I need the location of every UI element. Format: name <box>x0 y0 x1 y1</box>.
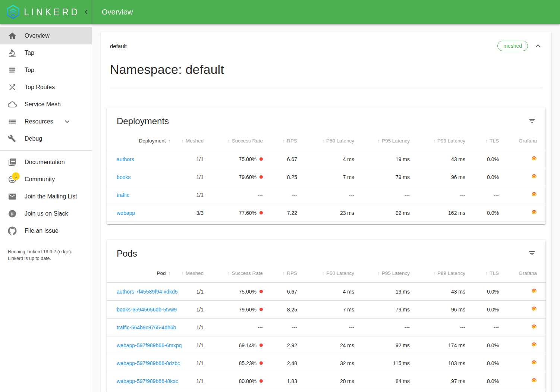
success-rate-cell: 79.60% <box>204 168 263 186</box>
column-header[interactable]: ↑Pod↑ <box>107 263 170 283</box>
sidebar-item-top-routes[interactable]: Top Routes <box>0 79 92 96</box>
tls-cell: 0.0% <box>465 283 499 301</box>
tls-cell: --- <box>465 319 499 336</box>
column-header[interactable]: ↑Success Rate↑ <box>204 263 263 283</box>
logo-zone: LINKERD <box>0 0 92 24</box>
column-header[interactable]: ↑Grafana↑ <box>499 131 545 150</box>
column-header[interactable]: ↑Grafana↑ <box>499 263 545 283</box>
column-header[interactable]: ↑P95 Latency↑ <box>354 263 410 283</box>
sidebar-item-label: Community <box>25 176 55 183</box>
sidebar-item-mailing-list[interactable]: Join the Mailing List <box>0 188 92 205</box>
grafana-icon[interactable] <box>531 324 537 330</box>
sidebar-item-slack[interactable]: # Join us on Slack <box>0 205 92 222</box>
grafana-icon[interactable] <box>531 209 537 216</box>
grafana-icon[interactable] <box>531 360 537 366</box>
column-header[interactable]: ↑P99 Latency↑ <box>410 263 465 283</box>
resource-link[interactable]: books <box>117 174 130 180</box>
status-dot <box>259 361 263 365</box>
sidebar-item-service-mesh[interactable]: Service Mesh <box>0 96 92 113</box>
sidebar-collapse-icon[interactable] <box>82 8 90 16</box>
p99-cell: 162 ms <box>410 204 465 222</box>
page-title: Overview <box>102 8 133 16</box>
sort-arrow-icon: ↑ <box>168 138 171 144</box>
p99-cell: 174 ms <box>410 336 465 354</box>
resource-link[interactable]: webapp-597f989b66-6mxpq <box>117 342 182 348</box>
sidebar-item-resources[interactable]: Resources <box>0 113 92 130</box>
resource-link[interactable]: authors-7f45589f94-xdkd5 <box>117 289 177 295</box>
microscope-icon <box>8 48 17 57</box>
column-header[interactable]: ↑Success Rate↑ <box>204 131 263 150</box>
grafana-icon[interactable] <box>531 173 537 180</box>
sort-arrow-icon: ↑ <box>283 138 285 144</box>
table-row: traffic-564b9c9765-4dh6b 1/1 --- --- ---… <box>107 319 545 336</box>
sidebar-item-label: Overview <box>25 32 50 39</box>
sort-arrow-icon: ↑ <box>227 270 230 276</box>
resource-link[interactable]: books-65945656db-5tvw9 <box>117 307 177 313</box>
p50-cell: 7 ms <box>297 301 354 319</box>
sidebar-item-debug[interactable]: Debug <box>0 130 92 147</box>
column-header[interactable]: ↑P50 Latency↑ <box>297 263 354 283</box>
sidebar-item-file-issue[interactable]: File an Issue <box>0 222 92 239</box>
p95-cell: 79 ms <box>354 301 410 319</box>
tls-cell: 0.0% <box>465 301 499 319</box>
p50-cell: 23 ms <box>297 204 354 222</box>
filter-icon[interactable] <box>528 250 536 257</box>
meshed-cell: 1/1 <box>170 186 204 204</box>
resource-link[interactable]: traffic-564b9c9765-4dh6b <box>117 324 176 330</box>
update-status-line: Linkerd is up to date. <box>8 255 86 262</box>
tls-cell: 0.0% <box>465 168 499 186</box>
sidebar-item-tap[interactable]: Tap <box>0 44 92 62</box>
sidebar-item-overview[interactable]: Overview <box>0 27 92 44</box>
grafana-icon[interactable] <box>531 342 537 348</box>
grafana-icon[interactable] <box>531 288 537 294</box>
status-dot <box>259 308 263 311</box>
deployments-table: ↑Deployment↑ ↑Meshed↑ ↑Success Rate↑ <box>107 131 545 222</box>
status-dot <box>259 379 263 383</box>
resource-link[interactable]: traffic <box>117 192 129 198</box>
sidebar-item-community[interactable]: 1 Community <box>0 171 92 188</box>
column-header[interactable]: ↑RPS↑ <box>263 263 297 283</box>
grafana-icon[interactable] <box>531 156 537 162</box>
p95-cell: 92 ms <box>354 336 410 354</box>
filter-icon[interactable] <box>528 117 536 125</box>
column-header[interactable]: ↑P95 Latency↑ <box>354 131 410 150</box>
p99-cell: 96 ms <box>410 301 465 319</box>
grafana-icon[interactable] <box>531 191 537 198</box>
chevron-up-icon[interactable] <box>534 41 542 50</box>
sort-arrow-icon: ↑ <box>168 270 171 276</box>
column-header[interactable]: ↑TLS↑ <box>465 263 499 283</box>
tls-cell: 0.0% <box>465 336 499 354</box>
rps-cell: --- <box>263 186 297 204</box>
linkerd-logo[interactable]: LINKERD <box>5 4 80 20</box>
column-header[interactable]: ↑Meshed↑ <box>170 263 204 283</box>
rps-cell: 6.67 <box>263 150 297 168</box>
linkerd-hex-icon <box>5 4 21 20</box>
sort-arrow-icon: ↑ <box>485 138 488 144</box>
grafana-icon[interactable] <box>531 377 537 384</box>
table-row: webapp-597f989b66-8dzbc 1/1 85.23% 2.48 … <box>107 354 545 372</box>
column-header[interactable]: ↑TLS↑ <box>465 131 499 150</box>
resource-link[interactable]: webapp <box>117 210 135 216</box>
sidebar-item-top[interactable]: Top <box>0 62 92 79</box>
sidebar-item-label: Top Routes <box>25 84 55 91</box>
main-content: default meshed Namespace: default Deploy… <box>92 24 560 392</box>
table-row: books-65945656db-5tvw9 1/1 79.60% 8.25 7… <box>107 301 545 319</box>
p95-cell: 92 ms <box>354 204 410 222</box>
grafana-icon[interactable] <box>531 306 537 312</box>
resource-link[interactable]: webapp-597f989b66-l8kxc <box>117 378 178 384</box>
shuffle-icon <box>8 83 17 92</box>
sidebar-item-documentation[interactable]: Documentation <box>0 154 92 171</box>
p95-cell: 115 ms <box>354 354 410 372</box>
column-header[interactable]: ↑RPS↑ <box>263 131 297 150</box>
sidebar-item-label: Documentation <box>25 159 65 166</box>
column-header[interactable]: ↑Deployment↑ <box>107 131 170 150</box>
status-dot <box>259 344 263 347</box>
success-rate-cell: 75.00% <box>204 150 263 168</box>
resource-link[interactable]: authors <box>117 156 134 162</box>
column-header[interactable]: ↑P50 Latency↑ <box>297 131 354 150</box>
column-header[interactable]: ↑Meshed↑ <box>170 131 204 150</box>
column-header[interactable]: ↑P99 Latency↑ <box>410 131 465 150</box>
sidebar-item-label: Join us on Slack <box>25 210 68 217</box>
resource-link[interactable]: webapp-597f989b66-8dzbc <box>117 360 180 366</box>
success-rate-cell: 79.60% <box>204 301 263 319</box>
